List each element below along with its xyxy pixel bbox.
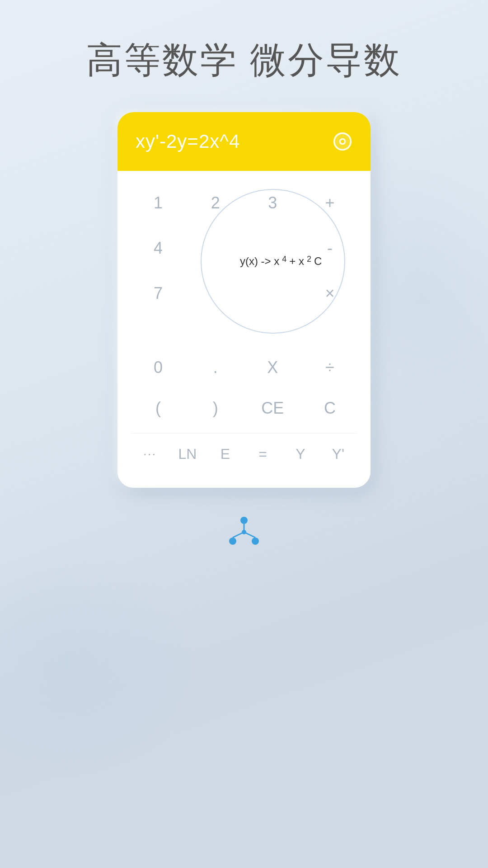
key-empty-8 (193, 289, 238, 298)
result-constant: C (314, 255, 322, 268)
calculator-body: xy'-2y=2x^4 1 2 3 + (117, 112, 371, 488)
key-c[interactable]: C (303, 388, 357, 429)
key-empty-5 (193, 244, 238, 253)
key-equals[interactable]: = (244, 434, 282, 474)
key-more[interactable]: ··· (131, 434, 169, 474)
page-title: 高等数学 微分导数 (86, 36, 402, 85)
key-divide[interactable]: ÷ (303, 347, 357, 388)
key-y-prime[interactable]: Y' (319, 434, 357, 474)
key-e[interactable]: E (206, 434, 244, 474)
result-exp2: 2 (307, 255, 311, 263)
keypad-area: 1 2 3 + 4 - 7 (117, 171, 371, 488)
btn-row-special: ··· LN E = Y Y' (131, 433, 357, 474)
eye-icon[interactable] (333, 132, 352, 151)
key-ln[interactable]: LN (169, 434, 206, 474)
result-plus-x: + x (289, 255, 304, 268)
tree-icon[interactable] (226, 515, 262, 551)
svg-point-2 (341, 140, 344, 143)
display-area: xy'-2y=2x^4 (117, 112, 371, 171)
key-plus[interactable]: + (307, 189, 352, 217)
num-row-3: 7 × (131, 279, 357, 307)
svg-point-4 (229, 538, 236, 545)
key-0[interactable]: 0 (131, 347, 185, 388)
svg-point-9 (242, 530, 246, 534)
key-y[interactable]: Y (282, 434, 319, 474)
key-7[interactable]: 7 (136, 279, 181, 307)
key-empty-6 (250, 244, 295, 253)
btn-row-4: 0 . X ÷ (131, 347, 357, 388)
app-icon-bar (226, 515, 262, 551)
expression-display: xy'-2y=2x^4 (136, 131, 240, 152)
key-1[interactable]: 1 (136, 189, 181, 217)
key-4[interactable]: 4 (136, 234, 181, 262)
key-3[interactable]: 3 (250, 189, 295, 217)
btn-row-5: ( ) CE C (131, 388, 357, 429)
bottom-rows: 0 . X ÷ ( ) CE C ··· LN E = (131, 347, 357, 474)
result-area: 1 2 3 + 4 - 7 (131, 180, 357, 343)
num-row-1: 1 2 3 + (131, 189, 357, 217)
key-ce[interactable]: CE (245, 388, 300, 429)
result-line: y(x) -> x4 + x2 C (240, 255, 322, 268)
key-x[interactable]: X (245, 347, 300, 388)
result-expression: y(x) -> x4 + x2 C (240, 255, 322, 268)
key-dot[interactable]: . (188, 347, 243, 388)
key-multiply[interactable]: × (307, 279, 352, 307)
result-yx: y(x) -> x (240, 255, 279, 268)
key-close-paren[interactable]: ) (188, 388, 243, 429)
calculator: xy'-2y=2x^4 1 2 3 + (117, 112, 371, 488)
key-empty-9 (250, 289, 295, 298)
key-2[interactable]: 2 (193, 189, 238, 217)
svg-point-3 (240, 517, 248, 524)
key-open-paren[interactable]: ( (131, 388, 185, 429)
result-exp1: 4 (282, 255, 286, 263)
svg-point-5 (252, 538, 259, 545)
